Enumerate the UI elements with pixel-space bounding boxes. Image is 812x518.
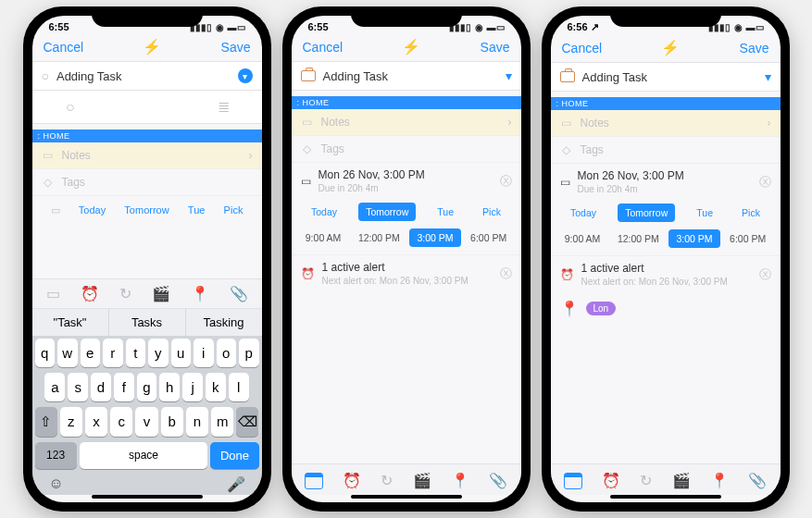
key-shift[interactable]: ⇧ [35, 407, 57, 437]
chip-pick[interactable]: Pick [475, 203, 508, 221]
bolt-icon[interactable]: ⚡ [661, 39, 680, 56]
task-title-row[interactable]: Adding Task ▾ [292, 61, 521, 91]
seg-circle[interactable]: ○ [32, 91, 109, 123]
task-title-row[interactable]: ○ Adding Task ▾ [32, 61, 262, 91]
key-d[interactable]: d [91, 373, 111, 401]
key-x[interactable]: x [85, 407, 107, 437]
suggestion-3[interactable]: Tasking [186, 309, 262, 336]
key-b[interactable]: b [161, 407, 183, 437]
key-o[interactable]: o [217, 339, 237, 367]
key-c[interactable]: c [110, 407, 132, 437]
key-m[interactable]: m [211, 407, 233, 437]
home-indicator[interactable] [351, 495, 462, 499]
key-123[interactable]: 123 [35, 442, 77, 469]
chip-6pm[interactable]: 6:00 PM [463, 228, 514, 247]
key-i[interactable]: i [194, 339, 214, 367]
location-row[interactable]: 📍 Lon [551, 292, 781, 325]
tab-pin[interactable]: 📍 [451, 472, 469, 489]
bolt-icon[interactable]: ⚡ [402, 38, 420, 56]
key-n[interactable]: n [186, 407, 208, 437]
alert-row[interactable]: ⏰ 1 active alertNext alert on: Mon 26 No… [292, 255, 521, 291]
key-f[interactable]: f [114, 373, 134, 401]
cancel-button[interactable]: Cancel [303, 40, 344, 55]
cancel-button[interactable]: Cancel [44, 40, 84, 55]
tab-calendar[interactable] [305, 473, 323, 489]
tags-row[interactable]: ◇ Tags [292, 136, 521, 163]
chip-tomorrow[interactable]: Tomorrow [358, 203, 416, 221]
chip-3pm[interactable]: 3:00 PM [409, 228, 460, 247]
clear-alert-button[interactable]: ⓧ [500, 265, 512, 282]
key-done[interactable]: Done [210, 442, 258, 469]
tab-repeat[interactable]: ↻ [640, 472, 652, 489]
tags-row[interactable]: ◇ Tags [551, 137, 781, 164]
save-button[interactable]: Save [481, 40, 510, 55]
date-row[interactable]: ▭ Mon 26 Nov, 3:00 PMDue in 20h 4m ⓧ [292, 163, 521, 199]
chip-tue[interactable]: Tue [430, 203, 461, 221]
key-r[interactable]: r [103, 339, 123, 367]
clear-date-button[interactable]: ⓧ [500, 173, 512, 190]
key-u[interactable]: u [171, 339, 192, 367]
chip-tomorrow[interactable]: Tomorrow [618, 204, 675, 222]
tab-clapper[interactable]: 🎬 [672, 472, 691, 489]
key-h[interactable]: h [159, 373, 180, 401]
key-t[interactable]: t [126, 339, 146, 367]
tab-repeat[interactable]: ↻ [381, 472, 393, 489]
key-z[interactable]: z [60, 407, 82, 437]
alert-row[interactable]: ⏰ 1 active alertNext alert on: Mon 26 No… [551, 256, 781, 292]
chip-1200[interactable]: 12:00 PM [351, 228, 407, 247]
seg-list[interactable]: ≣ [185, 91, 262, 123]
home-indicator[interactable] [610, 495, 721, 499]
chip-pick[interactable]: Pick [219, 202, 249, 219]
key-q[interactable]: q [35, 339, 56, 367]
key-v[interactable]: v [135, 407, 157, 437]
emoji-icon[interactable]: ☺ [49, 475, 64, 493]
acc-clapper-icon[interactable]: 🎬 [152, 285, 170, 302]
task-title-row[interactable]: Adding Task ▾ [551, 62, 781, 92]
tab-calendar[interactable] [564, 473, 582, 489]
chip-9am[interactable]: 9:00 AM [557, 229, 608, 248]
key-s[interactable]: s [68, 373, 88, 401]
tab-clip[interactable]: 📎 [748, 472, 767, 489]
tab-alarm[interactable]: ⏰ [343, 472, 361, 489]
chip-tue[interactable]: Tue [689, 204, 720, 222]
tab-clapper[interactable]: 🎬 [413, 472, 431, 489]
clear-date-button[interactable]: ⓧ [759, 174, 771, 191]
key-k[interactable]: k [206, 373, 226, 401]
key-w[interactable]: w [57, 339, 78, 367]
chip-9am[interactable]: 9:00 AM [298, 228, 349, 247]
save-button[interactable]: Save [221, 40, 251, 55]
key-l[interactable]: l [229, 373, 249, 401]
chip-today[interactable]: Today [73, 202, 111, 219]
chip-1200[interactable]: 12:00 PM [610, 229, 667, 248]
suggestion-1[interactable]: "Task" [32, 309, 109, 336]
key-p[interactable]: p [239, 339, 259, 367]
chevron-down-icon[interactable]: ▾ [238, 68, 253, 83]
acc-repeat-icon[interactable]: ↻ [119, 285, 131, 302]
chip-tomorrow[interactable]: Tomorrow [119, 202, 174, 219]
notes-row[interactable]: ▭ Notes › [32, 142, 262, 169]
tab-clip[interactable]: 📎 [489, 472, 507, 489]
key-space[interactable]: space [80, 442, 208, 469]
key-y[interactable]: y [148, 339, 169, 367]
tab-pin[interactable]: 📍 [710, 472, 729, 489]
chip-tue[interactable]: Tue [182, 202, 211, 219]
notes-row[interactable]: ▭Notes › [292, 109, 521, 136]
key-g[interactable]: g [137, 373, 157, 401]
chip-6pm[interactable]: 6:00 PM [722, 229, 773, 248]
bolt-icon[interactable]: ⚡ [143, 38, 161, 56]
home-indicator[interactable] [92, 495, 203, 499]
save-button[interactable]: Save [740, 41, 769, 56]
suggestion-2[interactable]: Tasks [109, 309, 186, 336]
key-e[interactable]: e [81, 339, 101, 367]
clear-alert-button[interactable]: ⓧ [759, 266, 771, 283]
key-backspace[interactable]: ⌫ [236, 407, 258, 437]
acc-pin-icon[interactable]: 📍 [191, 285, 209, 302]
tags-row[interactable]: ◇ Tags [32, 169, 262, 196]
chip-3pm[interactable]: 3:00 PM [668, 229, 719, 248]
chip-today[interactable]: Today [563, 204, 604, 222]
notes-row[interactable]: ▭Notes › [551, 110, 781, 137]
seg-briefcase[interactable] [108, 91, 185, 123]
chevron-down-icon[interactable]: ▾ [765, 69, 771, 84]
chevron-down-icon[interactable]: ▾ [506, 68, 512, 83]
key-a[interactable]: a [44, 373, 65, 401]
